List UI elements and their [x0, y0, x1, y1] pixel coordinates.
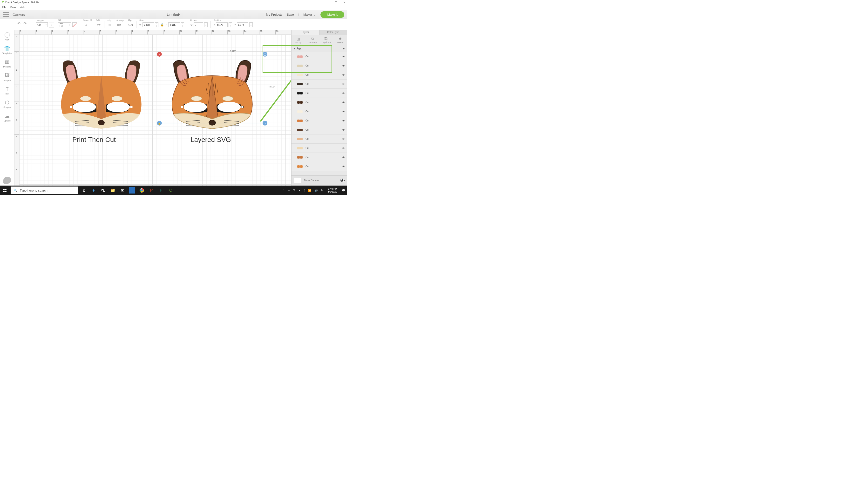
layer-item[interactable]: Cut👁 — [291, 116, 347, 125]
layer-item[interactable]: Cut👁 — [291, 70, 347, 79]
layer-visibility-icon[interactable]: 👁 — [342, 165, 345, 168]
layer-item[interactable]: Cut👁 — [291, 134, 347, 143]
layer-item[interactable]: Cut👁 — [291, 107, 347, 116]
volume-icon[interactable]: 🔊 — [314, 189, 318, 192]
machine-selector[interactable]: Maker ⌄ — [303, 13, 316, 17]
height-stepper[interactable]: ▲▼ — [181, 23, 184, 27]
width-stepper[interactable]: ▲▼ — [155, 23, 158, 27]
layer-item[interactable]: Cut👁 — [291, 125, 347, 134]
redo-icon[interactable]: ↷ — [23, 21, 27, 26]
canvas-grid[interactable]: ✕ 🔒 ⤡ 6.418" 4.015" Print Then Cut Layer… — [19, 35, 291, 191]
mail-icon[interactable]: ✉ — [118, 186, 127, 195]
menu-hamburger-icon[interactable] — [3, 12, 9, 17]
layer-item[interactable]: Cut👁 — [291, 61, 347, 70]
visibility-toggle-icon[interactable]: 👁 — [342, 47, 345, 51]
lock-handle-icon[interactable]: 🔒 — [157, 121, 162, 126]
notifications-icon[interactable]: 💬 — [342, 189, 345, 192]
y-stepper[interactable]: ▲▼ — [249, 23, 253, 27]
text-print-then-cut[interactable]: Print Then Cut — [72, 136, 116, 143]
layer-visibility-icon[interactable]: 👁 — [342, 156, 345, 159]
security-icon[interactable]: 🛡 — [292, 189, 295, 192]
fill-dropdown[interactable]: No Fill — [58, 23, 71, 27]
group-button[interactable]: ◫Group — [291, 35, 306, 45]
x-input[interactable]: 8.173 — [216, 23, 227, 27]
layer-item[interactable]: Cut👁 — [291, 89, 347, 98]
taskbar-search[interactable]: 🔍 Type here to search — [10, 187, 78, 194]
resize-handle-icon[interactable]: ⤡ — [262, 121, 268, 126]
ungroup-button[interactable]: ⧉UnGroup — [306, 35, 319, 45]
layer-group-header[interactable]: ▾ Fox 👁 — [291, 45, 347, 52]
chat-bubble-icon[interactable] — [3, 177, 11, 184]
width-input[interactable]: 6.418 — [143, 23, 154, 27]
layer-item[interactable]: Cut👁 — [291, 162, 347, 171]
store-icon[interactable]: 🛍 — [98, 186, 108, 195]
layer-visibility-icon[interactable]: 👁 — [342, 147, 345, 150]
layer-visibility-icon[interactable]: 👁 — [342, 55, 345, 58]
blank-canvas-row[interactable]: Blank Canvas 👁‍🗨 — [291, 175, 347, 185]
images-tool[interactable]: 🖼Images — [0, 70, 14, 84]
lock-aspect-icon[interactable]: 🔒 — [160, 23, 164, 27]
selection-bounding-box[interactable]: ✕ 🔒 ⤡ 6.418" 4.015" — [159, 54, 265, 123]
undo-icon[interactable]: ↶ — [18, 21, 21, 26]
canvas-area[interactable]: 012345678910111213141516 012345678 — [14, 30, 291, 195]
pen-icon[interactable]: ✎ — [321, 189, 323, 192]
layer-visibility-icon[interactable]: 👁 — [342, 110, 345, 113]
text-tool[interactable]: TText — [0, 84, 14, 97]
text-layered-svg[interactable]: Layered SVG — [190, 136, 231, 143]
onedrive-icon[interactable]: ☁ — [298, 189, 301, 192]
make-it-button[interactable]: Make It — [320, 11, 344, 18]
explorer-icon[interactable]: 📁 — [108, 186, 118, 195]
layer-item[interactable]: Cut👁 — [291, 52, 347, 61]
menu-help[interactable]: Help — [20, 6, 25, 9]
dropbox-icon[interactable]: ⧈ — [288, 189, 289, 192]
tab-color-sync[interactable]: Color Sync — [319, 30, 347, 35]
menu-file[interactable]: File — [2, 6, 6, 9]
layer-visibility-icon[interactable]: 👁 — [342, 101, 345, 104]
delete-button[interactable]: 🗑Delete — [333, 35, 347, 45]
menu-view[interactable]: View — [10, 6, 16, 9]
layer-item[interactable]: Cut👁 — [291, 98, 347, 107]
chrome-icon[interactable] — [137, 186, 147, 195]
shapes-tool[interactable]: ⬡Shapes — [0, 97, 14, 111]
delete-handle-icon[interactable]: ✕ — [157, 52, 162, 57]
fox-print-then-cut[interactable] — [48, 56, 154, 129]
new-tool[interactable]: +New — [0, 30, 14, 43]
height-input[interactable]: 4.015 — [168, 23, 180, 27]
linetype-info-button[interactable]: ? — [49, 22, 54, 28]
close-button[interactable]: ✕ — [343, 1, 345, 4]
duplicate-button[interactable]: ⿻Duplicate — [319, 35, 334, 45]
task-view-icon[interactable]: ⧉ — [79, 186, 89, 195]
cricut-icon[interactable]: C — [166, 186, 176, 195]
taskbar-clock[interactable]: 3:40 PM 3/9/2020 — [326, 188, 339, 193]
layer-item[interactable]: Cut👁 — [291, 143, 347, 153]
layer-visibility-icon[interactable]: 👁 — [342, 138, 345, 140]
layer-visibility-icon[interactable]: 👁 — [342, 92, 345, 95]
fill-swatch[interactable] — [72, 23, 77, 27]
arrange-button[interactable]: ◫▾ — [117, 22, 122, 28]
edit-button[interactable]: ✂▾ — [96, 22, 101, 28]
bluetooth-icon[interactable]: ᛒ — [304, 189, 305, 192]
rotate-input[interactable]: 0 — [194, 23, 203, 27]
layer-item[interactable]: Cut👁 — [291, 153, 347, 162]
tray-chevron-icon[interactable]: ⌃ — [283, 189, 285, 192]
minimize-button[interactable]: — — [327, 1, 329, 4]
select-all-button[interactable]: ⊞ — [83, 22, 89, 28]
publisher-icon[interactable]: P — [156, 186, 166, 195]
rotate-handle-icon[interactable] — [262, 52, 268, 57]
align-button[interactable]: ≡▾ — [107, 22, 113, 28]
maximize-button[interactable]: ❐ — [335, 1, 337, 4]
layer-visibility-icon[interactable]: 👁 — [342, 83, 345, 86]
x-stepper[interactable]: ▲▼ — [228, 23, 232, 27]
linetype-dropdown[interactable]: Cut — [36, 23, 48, 27]
start-button[interactable] — [0, 186, 10, 195]
templates-tool[interactable]: 👕Templates — [0, 43, 14, 57]
flip-button[interactable]: ▷◁▾ — [128, 22, 133, 28]
projects-tool[interactable]: ▦Projects — [0, 57, 14, 70]
canvas-visibility-icon[interactable]: 👁‍🗨 — [340, 178, 345, 183]
powerpoint-icon[interactable]: P — [147, 186, 156, 195]
app-icon-1[interactable] — [129, 187, 135, 194]
save-link[interactable]: Save — [287, 13, 294, 17]
layer-visibility-icon[interactable]: 👁 — [342, 119, 345, 122]
rotate-stepper[interactable]: ▲▼ — [204, 23, 208, 27]
upload-tool[interactable]: ☁Upload — [0, 111, 14, 124]
